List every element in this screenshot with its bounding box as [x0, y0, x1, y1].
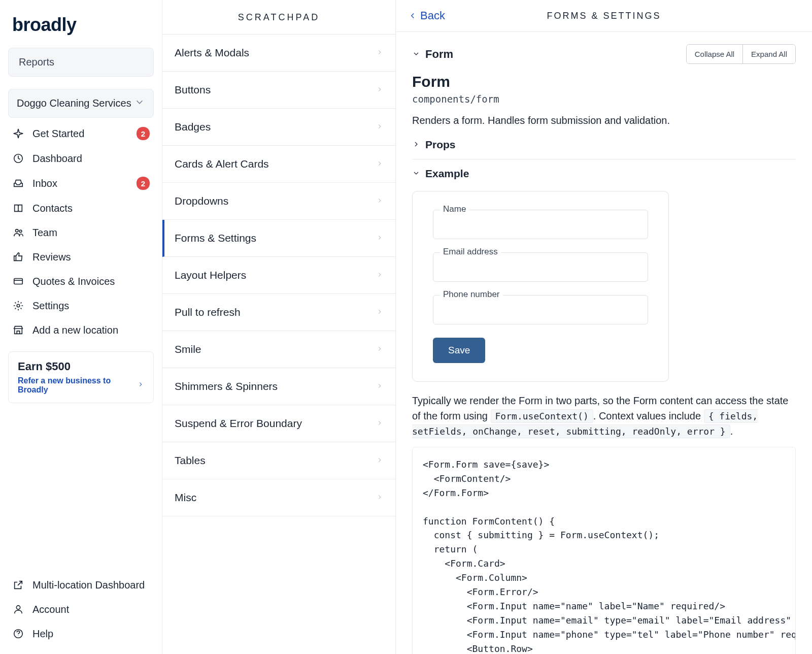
nav-dashboard[interactable]: Dashboard	[8, 146, 154, 171]
scratchpad-item[interactable]: Dropdowns	[162, 183, 395, 220]
field-name: Name	[433, 210, 648, 239]
section-example-toggle[interactable]: Example	[412, 168, 796, 180]
help-icon	[12, 628, 24, 640]
business-selector[interactable]: Doggo Cleaning Services	[8, 89, 154, 118]
scratchpad-item-label: Layout Helpers	[175, 269, 246, 281]
reports-button[interactable]: Reports	[8, 48, 154, 77]
scratchpad-item-label: Cards & Alert Cards	[175, 158, 269, 170]
thumbs-up-icon	[12, 251, 24, 263]
scratchpad-item-label: Pull to refresh	[175, 306, 241, 318]
chevron-right-icon	[376, 381, 383, 392]
expand-collapse-group: Collapse All Expand All	[686, 44, 796, 64]
chevron-right-icon	[376, 344, 383, 355]
scratchpad-item-label: Dropdowns	[175, 195, 228, 207]
nav-team[interactable]: Team	[8, 220, 154, 245]
chevron-right-icon	[376, 48, 383, 58]
scratchpad-item[interactable]: Alerts & Modals	[162, 35, 395, 72]
chevron-right-icon	[376, 307, 383, 318]
logo: broadly,	[8, 8, 154, 48]
nav-reviews[interactable]: Reviews	[8, 245, 154, 269]
sparkle-icon	[12, 127, 24, 140]
svg-point-5	[17, 304, 20, 307]
referral-link[interactable]: Refer a new business to Broadly	[18, 376, 144, 395]
svg-point-2	[19, 230, 22, 233]
component-path: components/form	[412, 93, 796, 105]
chevron-right-icon	[376, 418, 383, 429]
referral-card: Earn $500 Refer a new business to Broadl…	[8, 351, 154, 403]
sidebar-footer: Multi-location Dashboard Account Help	[8, 573, 154, 646]
nav-inbox[interactable]: Inbox 2	[8, 171, 154, 196]
field-phone-label: Phone number	[440, 289, 503, 300]
collapse-all-button[interactable]: Collapse All	[687, 45, 742, 63]
nav-contacts[interactable]: Contacts	[8, 196, 154, 220]
footer-account[interactable]: Account	[8, 597, 154, 622]
example-prose: Typically we render the Form in two part…	[412, 393, 796, 439]
referral-title: Earn $500	[18, 360, 144, 373]
code-inline: Form.useContext()	[491, 409, 593, 423]
chevron-down-icon	[134, 96, 145, 110]
scratchpad-item[interactable]: Smile	[162, 331, 395, 368]
scratchpad-item-label: Badges	[175, 121, 211, 133]
scratchpad-item[interactable]: Badges	[162, 109, 395, 146]
scratchpad-item[interactable]: Tables	[162, 442, 395, 479]
svg-point-1	[16, 230, 19, 233]
scratchpad-item[interactable]: Shimmers & Spinners	[162, 368, 395, 405]
dashboard-icon	[12, 152, 24, 165]
badge: 2	[137, 177, 150, 190]
divider	[412, 159, 796, 159]
gear-icon	[12, 300, 24, 312]
scratchpad-item-label: Suspend & Error Boundary	[175, 417, 302, 430]
team-icon	[12, 226, 24, 239]
chevron-right-icon	[376, 122, 383, 133]
scratchpad-item-label: Forms & Settings	[175, 232, 256, 244]
code-block: <Form.Form save={save}> <FormContent/> <…	[412, 447, 796, 654]
scratchpad-item-label: Buttons	[175, 84, 211, 96]
nav-quotes[interactable]: Quotes & Invoices	[8, 269, 154, 293]
field-name-label: Name	[440, 204, 469, 214]
scratchpad-item[interactable]: Misc	[162, 479, 395, 516]
scratchpad-item-label: Alerts & Modals	[175, 47, 249, 59]
main-panel: Back FORMS & SETTINGS Form Collapse All …	[396, 0, 812, 654]
inbox-icon	[12, 177, 24, 189]
chevron-right-icon	[376, 270, 383, 281]
chevron-down-icon	[412, 48, 420, 61]
card-icon	[12, 275, 24, 287]
scratchpad-item-label: Smile	[175, 343, 201, 355]
chevron-right-icon	[376, 233, 383, 244]
back-button[interactable]: Back	[408, 9, 445, 22]
section-props-toggle[interactable]: Props	[412, 139, 796, 151]
scratchpad-item-label: Tables	[175, 454, 206, 467]
scratchpad-item[interactable]: Pull to refresh	[162, 294, 395, 331]
field-phone: Phone number	[433, 295, 648, 324]
sidebar-left: broadly, Reports Doggo Cleaning Services…	[0, 0, 162, 654]
expand-all-button[interactable]: Expand All	[742, 45, 795, 63]
scratchpad-panel: SCRATCHPAD Alerts & ModalsButtonsBadgesC…	[162, 0, 396, 654]
person-icon	[12, 603, 24, 615]
field-email: Email address	[433, 252, 648, 282]
store-icon	[12, 324, 24, 336]
scratchpad-item[interactable]: Forms & Settings	[162, 220, 395, 257]
chevron-right-icon	[376, 455, 383, 466]
footer-help[interactable]: Help	[8, 622, 154, 646]
chevron-down-icon	[412, 168, 420, 180]
svg-rect-3	[14, 279, 23, 284]
svg-point-6	[16, 606, 20, 609]
scratchpad-item-label: Shimmers & Spinners	[175, 380, 278, 393]
chevron-right-icon	[376, 85, 383, 95]
nav-list: Get Started 2 Dashboard Inbox 2 Contacts…	[8, 121, 154, 342]
chevron-right-icon	[376, 159, 383, 170]
scratchpad-item[interactable]: Cards & Alert Cards	[162, 146, 395, 183]
component-desc: Renders a form. Handles form submission …	[412, 115, 796, 126]
nav-get-started[interactable]: Get Started 2	[8, 121, 154, 146]
section-form-toggle[interactable]: Form	[412, 48, 453, 61]
field-email-label: Email address	[440, 247, 501, 257]
nav-settings[interactable]: Settings	[8, 293, 154, 318]
scratchpad-item[interactable]: Layout Helpers	[162, 257, 395, 294]
scratchpad-item[interactable]: Buttons	[162, 72, 395, 109]
chevron-right-icon	[412, 139, 420, 151]
footer-multi-location[interactable]: Multi-location Dashboard	[8, 573, 154, 597]
save-button[interactable]: Save	[433, 338, 485, 363]
nav-add-location[interactable]: Add a new location	[8, 318, 154, 342]
scratchpad-item[interactable]: Suspend & Error Boundary	[162, 405, 395, 442]
chevron-right-icon	[376, 196, 383, 207]
